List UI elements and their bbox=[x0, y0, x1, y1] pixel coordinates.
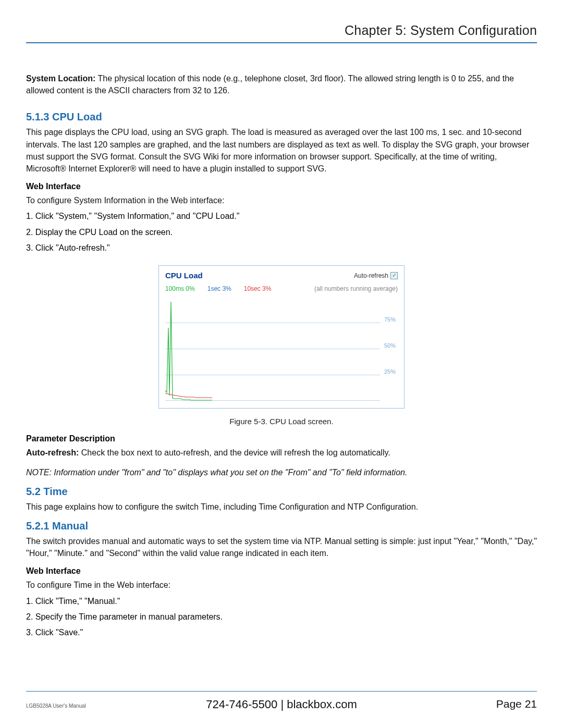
cpu-load-steps: 1. Click "System," "System Information,"… bbox=[26, 208, 537, 256]
cpu-load-plot: 75% 50% 25% bbox=[165, 297, 396, 401]
legend-10sec: 10sec 3% bbox=[244, 285, 272, 292]
grid-label-50: 50% bbox=[384, 342, 396, 349]
section-heading-time: 5.2 Time bbox=[26, 486, 537, 498]
system-location-paragraph: System Location: The physical location o… bbox=[26, 72, 537, 96]
autorefresh-control[interactable]: Auto-refresh ✓ bbox=[354, 272, 398, 279]
subheading-parameter-description: Parameter Description bbox=[26, 434, 537, 443]
autorefresh-label: Auto-refresh bbox=[354, 272, 388, 279]
system-location-text: The physical location of this node (e.g.… bbox=[26, 74, 514, 95]
grid-label-25: 25% bbox=[384, 368, 396, 375]
list-item: 3. Click "Save." bbox=[26, 625, 537, 640]
footer-contact: 724-746-5500 | blackbox.com bbox=[26, 698, 537, 711]
legend-1sec: 1sec 3% bbox=[207, 285, 231, 292]
autorefresh-param-label: Auto-refresh: bbox=[26, 448, 79, 457]
grid-label-75: 75% bbox=[384, 316, 396, 323]
manual-steps: 1. Click "Time," "Manual." 2. Specify th… bbox=[26, 594, 537, 641]
section-heading-manual: 5.2.1 Manual bbox=[26, 520, 537, 532]
list-item: 1. Click "Time," "Manual." bbox=[26, 594, 537, 609]
legend-note: (all numbers running average) bbox=[314, 285, 398, 292]
cpu-load-legend: 100ms 0% 1sec 3% 10sec 3% (all numbers r… bbox=[159, 283, 404, 293]
subheading-web-interface-2: Web Interface bbox=[26, 566, 537, 576]
list-item: 2. Display the CPU Load on the screen. bbox=[26, 225, 537, 240]
cpu-load-description: This page displays the CPU load, using a… bbox=[26, 126, 537, 175]
from-to-note: NOTE: Information under "from" and "to" … bbox=[26, 466, 537, 478]
footer-phone: 724-746-5500 bbox=[206, 698, 277, 711]
page-footer: LGB5028A User's Manual 724-746-5500 | bl… bbox=[26, 691, 537, 710]
chapter-title: Chapter 5: System Configuration bbox=[26, 23, 537, 43]
list-item: 1. Click "System," "System Information,"… bbox=[26, 208, 537, 224]
autorefresh-description: Auto-refresh: Check the box next to auto… bbox=[26, 447, 537, 459]
subheading-web-interface-1: Web Interface bbox=[26, 182, 537, 191]
cpu-load-series-svg bbox=[165, 297, 212, 401]
cpu-load-figure: CPU Load Auto-refresh ✓ 100ms 0% 1sec 3%… bbox=[158, 265, 405, 409]
legend-100ms: 100ms 0% bbox=[165, 285, 195, 292]
series-100ms bbox=[165, 302, 212, 400]
web-interface-intro-1: To configure System Information in the W… bbox=[26, 194, 537, 206]
cpu-load-panel-title: CPU Load bbox=[165, 271, 203, 280]
figure-caption: Figure 5-3. CPU Load screen. bbox=[26, 417, 537, 426]
system-location-label: System Location: bbox=[26, 74, 95, 83]
section-heading-cpu-load: 5.1.3 CPU Load bbox=[26, 111, 537, 123]
footer-site: blackbox.com bbox=[287, 698, 357, 711]
time-description: This page explains how to configure the … bbox=[26, 501, 537, 513]
list-item: 2. Specify the Time parameter in manual … bbox=[26, 609, 537, 625]
autorefresh-param-text: Check the box next to auto-refresh, and … bbox=[79, 448, 390, 457]
autorefresh-checkbox[interactable]: ✓ bbox=[390, 272, 398, 279]
list-item: 3. Click "Auto-refresh." bbox=[26, 240, 537, 256]
manual-description: The switch provides manual and automatic… bbox=[26, 535, 537, 559]
footer-separator: | bbox=[277, 698, 287, 711]
web-interface-intro-2: To configure Time in the Web interface: bbox=[26, 579, 537, 591]
